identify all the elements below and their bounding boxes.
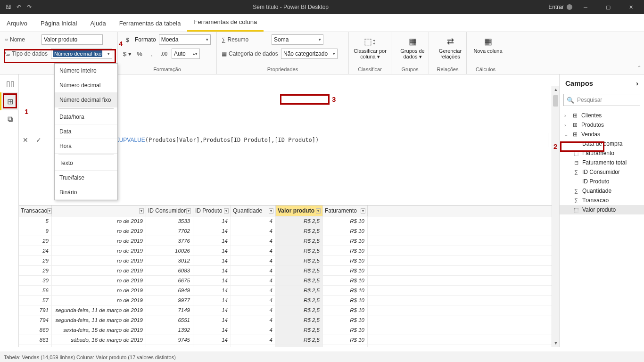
dd-data[interactable]: Data — [55, 124, 117, 139]
field-faturamento-total[interactable]: ⊟Faturamento total — [560, 158, 644, 167]
scroll-thumb[interactable] — [553, 95, 558, 107]
table-row[interactable]: 56ro de 20196949144R$ 2,5R$ 10 — [19, 286, 559, 296]
percent-button[interactable]: % — [135, 49, 144, 59]
undo-icon[interactable]: ↶ — [15, 3, 23, 11]
categoria-select[interactable]: Não categorizado▾ — [281, 49, 338, 59]
col-id-consumidor[interactable]: ID Consumidor▾ — [146, 206, 193, 216]
formula-cancel-button[interactable]: ✕ — [19, 133, 32, 147]
signin-button[interactable]: Entrar — [548, 4, 572, 10]
table-row[interactable]: 29ro de 20196083144R$ 2,5R$ 10 — [19, 266, 559, 276]
table-row[interactable]: 9ro de 20197702144R$ 2,5R$ 10 — [19, 226, 559, 236]
save-icon[interactable]: 🖫 — [5, 3, 12, 11]
filter-icon[interactable]: ▾ — [47, 208, 52, 214]
dd-hora[interactable]: Hora — [55, 139, 117, 154]
sort-icon: ⬚↕ — [363, 36, 377, 47]
cell-id-consumidor: 1392 — [146, 325, 193, 335]
field-data-compra[interactable]: Data de compra — [560, 139, 644, 148]
scroll-up-icon[interactable]: ▲ — [552, 86, 559, 93]
left-rail: ▯▯ ⊞ ⧉ — [0, 74, 19, 347]
tag-icon: ⎃ — [5, 36, 8, 43]
classificar-button[interactable]: ⬚↕ Classificar por coluna ▾ — [354, 34, 387, 59]
maximize-button[interactable]: ▢ — [599, 0, 618, 14]
dd-texto[interactable]: Texto — [55, 156, 117, 171]
field-id-produto[interactable]: ID Produto — [560, 177, 644, 186]
currency-button[interactable]: $ ▾ — [123, 49, 132, 59]
cell-transacao: 24 — [19, 246, 52, 255]
model-view-button[interactable]: ⧉ — [0, 110, 19, 128]
filter-icon[interactable]: ▾ — [269, 208, 273, 214]
col-transacao[interactable]: Transacao▾ — [19, 206, 52, 216]
formato-select[interactable]: Moeda▾ — [159, 34, 211, 45]
nome-input[interactable]: Valor produto — [41, 34, 103, 45]
field-quantidade[interactable]: ∑Quantidade — [560, 186, 644, 196]
filter-icon[interactable]: ▾ — [224, 208, 229, 214]
field-faturamento[interactable]: ⬚Faturamento — [560, 148, 644, 158]
resumo-select[interactable]: Soma▾ — [272, 34, 323, 45]
fields-search-input[interactable]: 🔍Pesquisar — [563, 94, 640, 106]
minimize-button[interactable]: ─ — [576, 0, 595, 14]
filter-icon[interactable]: ▾ — [316, 208, 321, 214]
table-row[interactable]: 860sexta-feira, 15 de março de 201913921… — [19, 325, 559, 335]
tab-ferramentas-coluna[interactable]: Ferramentas de coluna — [187, 14, 264, 32]
table-row[interactable]: 30ro de 20196675144R$ 2,5R$ 10 — [19, 276, 559, 286]
thousands-button[interactable]: , — [147, 49, 157, 59]
table-row[interactable]: 29ro de 20193012144R$ 2,5R$ 10 — [19, 256, 559, 266]
dd-true-false[interactable]: True/false — [55, 171, 117, 185]
chevron-right-icon[interactable]: › — [636, 79, 638, 87]
currency-format-icon[interactable]: $ — [123, 34, 132, 45]
collapse-ribbon-icon[interactable]: ⌃ — [637, 65, 641, 70]
table-clientes[interactable]: ›⊞Clientes — [560, 111, 644, 120]
field-valor-produto[interactable]: ⬚Valor produto — [560, 205, 644, 214]
table-row[interactable]: 20ro de 20193776144R$ 2,5R$ 10 — [19, 236, 559, 246]
cell-faturamento: R$ 10 — [323, 246, 368, 255]
table-vendas[interactable]: ⌄⊞Vendas — [560, 130, 644, 139]
redo-icon[interactable]: ↷ — [25, 3, 33, 11]
table-produtos[interactable]: ›⊞Produtos — [560, 120, 644, 130]
decimals-input[interactable]: Auto▴▾ — [172, 49, 200, 59]
table-row[interactable]: 866sábado, 16 de março de 20199703144R$ … — [19, 345, 559, 347]
formula-input[interactable]: OKUPVALUE(Produtos[Valor],Produtos[ID Pr… — [45, 137, 548, 143]
cell-id-produto: 14 — [193, 305, 231, 315]
table-row[interactable]: 861sábado, 16 de março de 20199745144R$ … — [19, 335, 559, 345]
vertical-scrollbar[interactable]: ▲ ▼ — [552, 86, 559, 347]
menu-pagina-inicial[interactable]: Página Inicial — [34, 15, 83, 32]
table-row[interactable]: 791segunda-feira, 11 de março de 2019714… — [19, 305, 559, 315]
table-row[interactable]: 57ro de 20199977144R$ 2,5R$ 10 — [19, 296, 559, 305]
dd-numero-decimal-fixo[interactable]: Número decimal fixo — [55, 93, 117, 107]
cell-quantidade: 4 — [231, 305, 276, 315]
col-valor-produto[interactable]: Valor produto▾ — [276, 206, 323, 216]
dd-numero-inteiro[interactable]: Número inteiro — [55, 64, 117, 78]
menu-arquivo[interactable]: Arquivo — [0, 15, 34, 32]
nova-coluna-button[interactable]: ▦ Nova coluna — [471, 34, 504, 54]
table-row[interactable]: 5ro de 20193533144R$ 2,5R$ 10 — [19, 216, 559, 226]
dd-numero-decimal[interactable]: Número decimal — [55, 78, 117, 93]
filter-icon[interactable]: ▾ — [186, 208, 191, 214]
formula-commit-button[interactable]: ✓ — [32, 133, 45, 147]
menubar: Arquivo Página Inicial Ajuda Ferramentas… — [0, 14, 644, 32]
data-view-button[interactable]: ⊞ — [0, 92, 19, 110]
tab-ferramentas-tabela[interactable]: Ferramentas da tabela — [113, 15, 188, 32]
col-quantidade[interactable]: Quantidade▾ — [231, 206, 276, 216]
decimals-button[interactable]: .00 — [159, 49, 169, 59]
field-transacao[interactable]: ∑Transacao — [560, 196, 644, 205]
field-id-consumidor[interactable]: ∑ID Consumidor — [560, 167, 644, 177]
tipo-dados-select[interactable]: Número decimal fixo▾ — [51, 49, 112, 59]
col-id-produto[interactable]: ID Produto▾ — [193, 206, 231, 216]
annotation-number-2: 2 — [553, 142, 557, 150]
grupos-button[interactable]: ▦ Grupos de dados ▾ — [396, 34, 429, 59]
dd-binario[interactable]: Binário — [55, 185, 117, 200]
close-button[interactable]: ✕ — [621, 0, 640, 14]
scroll-down-icon[interactable]: ▼ — [552, 339, 559, 347]
filter-icon[interactable]: ▾ — [139, 208, 144, 214]
table-row[interactable]: 794segunda-feira, 11 de março de 2019655… — [19, 315, 559, 325]
report-view-button[interactable]: ▯▯ — [0, 74, 19, 92]
relacoes-button[interactable]: ⇄ Gerenciar relações — [434, 34, 467, 59]
col-data-compra[interactable]: ▾ — [52, 206, 146, 216]
table-row[interactable]: 24ro de 201910026144R$ 2,5R$ 10 — [19, 246, 559, 256]
filter-icon[interactable]: ▾ — [361, 208, 365, 214]
menu-ajuda[interactable]: Ajuda — [83, 15, 112, 32]
dd-data-hora[interactable]: Data/hora — [55, 110, 117, 124]
cell-id-produto: 14 — [193, 246, 231, 255]
col-faturamento[interactable]: Faturamento▾ — [323, 206, 368, 216]
cell-id-consumidor: 9703 — [146, 345, 193, 347]
